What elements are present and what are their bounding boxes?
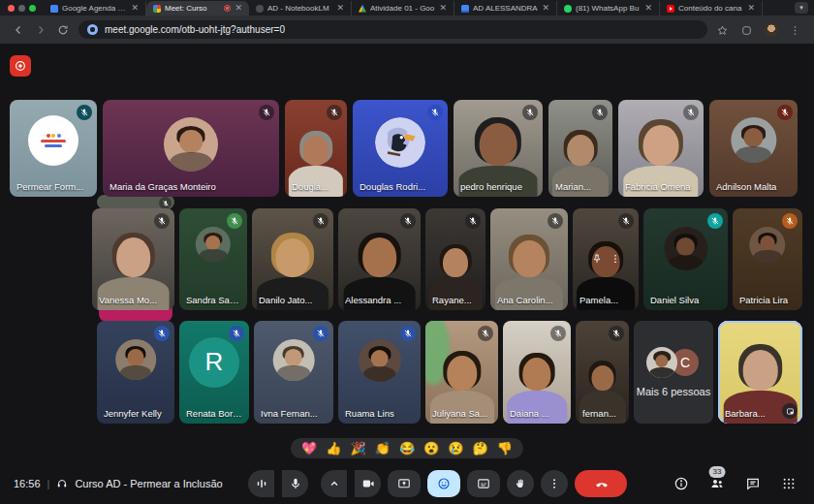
tab-atividade-01-goo[interactable]: Atividade 01 - Goo✕ [352, 1, 454, 16]
chevron-up-button[interactable] [321, 470, 347, 497]
extensions-icon[interactable] [740, 23, 754, 37]
tab-google-agenda-s[interactable]: Google Agenda - S✕ [44, 1, 146, 16]
participant-name-label: Permear Form... [16, 181, 91, 192]
avatar [196, 227, 231, 262]
participant-tile-renata-borges[interactable]: RRenata Borg... [179, 321, 249, 424]
tile-more-options-icon[interactable] [610, 251, 621, 268]
participant-tile-ivna-fernanda[interactable]: Ivna Fernan... [254, 321, 333, 424]
participant-tile-jennyfer-kelly[interactable]: Jennyfer Kelly [97, 321, 174, 424]
participant-tile-maria-da-gracas-monteiro[interactable]: Maria da Graças Monteiro [103, 100, 279, 197]
reactions-bar: 💖👍🎉👏😂😮😢🤔👎 [291, 438, 523, 458]
participant-tile-daniel-silva[interactable]: Daniel Silva [643, 208, 728, 310]
participant-tile-overflow-more-people[interactable]: CMais 6 pessoas [634, 321, 713, 424]
reaction-emoji[interactable]: 🤔 [473, 442, 488, 455]
participant-tile-patricia-lira[interactable]: Patricia Lira [733, 208, 802, 310]
tab-list-chevron-icon[interactable]: ▾ [795, 2, 808, 14]
meet-call-page: Permear Form...Maria da Graças MonteiroD… [0, 44, 814, 504]
tab-81-whatsapp-bu[interactable]: (81) WhatsApp Bu✕ [557, 1, 660, 16]
drive-icon [359, 5, 366, 13]
tab-ad-alessandra[interactable]: AD ALESSANDRA✕ [454, 1, 557, 16]
present-button[interactable] [388, 470, 421, 497]
divider: | [47, 478, 50, 489]
reactions-button[interactable] [427, 470, 460, 497]
person-face [116, 237, 151, 277]
reaction-emoji[interactable]: 🎉 [350, 442, 365, 455]
window-controls[interactable] [8, 0, 36, 16]
address-bar[interactable]: meet.google.com/otb-uoht-jtg?authuser=0 [78, 20, 707, 39]
tab-close-icon[interactable]: ✕ [439, 4, 447, 13]
browser-menu-icon[interactable] [789, 23, 802, 37]
tab-close-icon[interactable]: ✕ [336, 4, 344, 13]
close-window-button[interactable] [8, 5, 15, 12]
mic-button[interactable] [282, 470, 308, 497]
calendar-icon [50, 5, 58, 13]
participant-tile-mariana[interactable]: Marian... [548, 100, 612, 197]
participant-tile-adnilson-malta[interactable]: Adnilson Malta [709, 100, 798, 197]
back-icon[interactable] [12, 23, 25, 37]
whatsapp-icon [564, 5, 572, 13]
reaction-emoji[interactable]: 👍 [326, 442, 341, 455]
participant-tile-ana-carolina[interactable]: Ana Carolin... [490, 208, 568, 310]
reaction-emoji[interactable]: 😮 [423, 442, 439, 455]
participant-tile-fabricia-omena[interactable]: Fabricia Omena [618, 100, 704, 197]
tab-close-icon[interactable]: ✕ [131, 4, 139, 13]
participant-tile-permear-formacao[interactable]: Permear Form... [10, 100, 97, 197]
tab-title: (81) WhatsApp Bu [576, 4, 641, 13]
camera-button[interactable] [355, 470, 381, 497]
site-info-icon[interactable] [87, 24, 98, 35]
chat-button[interactable] [745, 476, 761, 491]
meeting-title: Curso AD - Permear a Inclusão [75, 478, 222, 489]
participant-tile-juliyana[interactable]: Juliyana Sa... [425, 321, 498, 424]
apps-button[interactable] [781, 476, 797, 491]
reload-icon[interactable] [56, 23, 70, 37]
participant-tile-pedro-henrique[interactable]: pedro henrique [454, 100, 543, 197]
tab-ad-notebooklm[interactable]: AD - NotebookLM✕ [249, 1, 352, 16]
participant-tile-danilo-jatoba[interactable]: Danilo Jato... [252, 208, 333, 310]
participant-tile-sandra-santos[interactable]: Sandra Santo [179, 208, 247, 310]
reaction-emoji[interactable]: 😢 [448, 442, 463, 455]
more-options-button[interactable] [541, 470, 568, 497]
avatar [115, 339, 156, 380]
chevron-up-icon [328, 477, 341, 490]
reaction-emoji[interactable]: 👎 [497, 442, 513, 455]
toucan-avatar [375, 117, 425, 168]
participant-tile-rayane[interactable]: Rayane... [425, 208, 485, 310]
tab-close-icon[interactable]: ✕ [542, 4, 549, 13]
info-button[interactable] [673, 476, 689, 491]
mic-muted-icon [707, 213, 723, 229]
participant-tile-douglas-video[interactable]: Dougla... [285, 100, 347, 197]
participant-tile-pamela[interactable]: Pamela... [573, 208, 639, 310]
reaction-emoji[interactable]: 👏 [375, 442, 391, 455]
maximize-window-button[interactable] [29, 5, 36, 12]
minimize-window-button[interactable] [18, 5, 25, 12]
pin-icon[interactable] [591, 251, 603, 268]
participant-tile-daiana[interactable]: Daiana ... [503, 321, 571, 424]
hand-raise-button[interactable] [507, 470, 534, 497]
participant-tile-douglas-rodrigues[interactable]: Douglas Rodri... [353, 100, 448, 197]
participant-name-label: Adnilson Malta [716, 181, 792, 192]
tab-conte-do-do-cana[interactable]: Conteúdo do cana✕ [660, 1, 763, 16]
participant-tile-alessandra[interactable]: Alessandra ... [338, 208, 421, 310]
reaction-emoji[interactable]: 😂 [399, 442, 415, 455]
bookmark-star-icon[interactable] [716, 23, 730, 37]
participant-name-label: Renata Borg... [186, 408, 243, 419]
end-call-button[interactable] [575, 470, 627, 497]
forward-icon[interactable] [34, 23, 47, 37]
participant-tile-vanessa[interactable]: Vanessa Mo... [92, 208, 174, 310]
tab-close-icon[interactable]: ✕ [747, 4, 755, 13]
tab-close-icon[interactable]: ✕ [235, 4, 242, 13]
tab-meet-curso[interactable]: Meet: Curso✕ [146, 1, 249, 16]
reaction-emoji[interactable]: 💖 [301, 442, 317, 455]
participant-tile-ruama-lins[interactable]: Ruama Lins [338, 321, 421, 424]
tab-close-icon[interactable]: ✕ [644, 4, 652, 13]
recording-indicator [10, 55, 31, 77]
mic-muted-icon [400, 213, 416, 229]
partially-hidden-tile-hidden-participant-1[interactable] [97, 195, 174, 209]
audio-level-button [248, 470, 274, 497]
participant-tile-fernanda[interactable]: fernan... [576, 321, 629, 424]
participant-tile-barbara-self[interactable]: Barbara... [718, 321, 802, 424]
people-button[interactable]: 33 [709, 476, 725, 491]
captions-button[interactable] [467, 470, 500, 497]
person-face [275, 238, 309, 278]
profile-avatar[interactable] [765, 23, 778, 37]
